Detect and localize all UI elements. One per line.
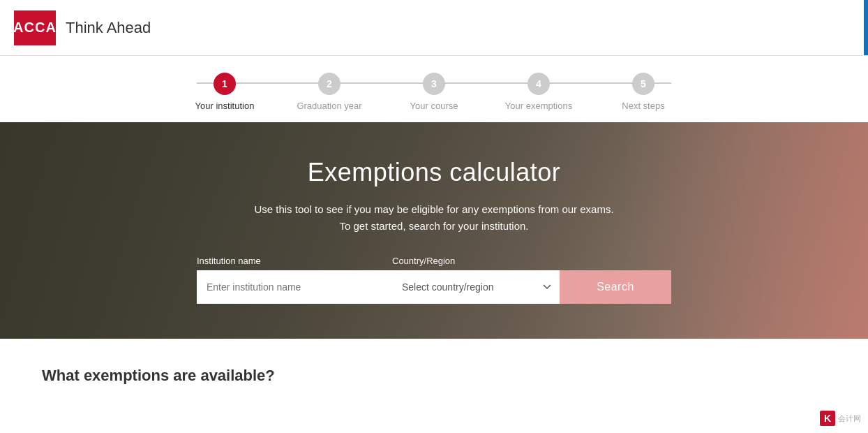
below-hero-section: What exemptions are available?	[0, 339, 868, 399]
logo-text: ACCA	[13, 20, 57, 36]
hero-section: Exemptions calculator Use this tool to s…	[0, 122, 868, 339]
country-field-group: Country/Region Select country/region	[392, 256, 560, 304]
step-4-circle: 4	[527, 73, 550, 95]
country-region-select[interactable]: Select country/region	[392, 270, 560, 304]
brand-name: Think Ahead	[66, 19, 151, 37]
step-3[interactable]: 3 Your course	[382, 73, 486, 111]
step-1[interactable]: 1 Your institution	[172, 73, 277, 111]
hero-content: Exemptions calculator Use this tool to s…	[120, 158, 748, 304]
header: ACCA Think Ahead	[0, 0, 868, 56]
step-4-label: Your exemptions	[505, 101, 572, 111]
step-1-circle: 1	[214, 73, 236, 95]
step-3-circle: 3	[423, 73, 445, 95]
hero-subtitle-line1: Use this tool to see if you may be eligi…	[254, 203, 613, 215]
below-title: What exemptions are available?	[42, 367, 826, 385]
step-5-label: Next steps	[622, 101, 664, 111]
step-2[interactable]: 2 Graduation year	[277, 73, 382, 111]
institution-field-group: Institution name	[197, 256, 392, 304]
step-2-label: Graduation year	[297, 101, 361, 111]
step-1-label: Your institution	[195, 101, 255, 111]
header-accent-bar	[864, 0, 868, 55]
step-5-circle: 5	[632, 73, 654, 95]
step-3-label: Your course	[410, 101, 458, 111]
hero-subtitle: Use this tool to see if you may be eligi…	[134, 201, 734, 235]
hero-subtitle-line2: To get started, search for your institut…	[340, 220, 529, 232]
search-button[interactable]: Search	[560, 270, 671, 304]
institution-name-input[interactable]	[197, 270, 392, 304]
hero-title: Exemptions calculator	[134, 158, 734, 187]
country-label: Country/Region	[392, 256, 455, 266]
step-2-circle: 2	[318, 73, 341, 95]
acca-logo: ACCA	[14, 10, 56, 45]
search-form: Institution name Country/Region Select c…	[134, 256, 734, 304]
step-5[interactable]: 5 Next steps	[591, 73, 696, 111]
institution-label: Institution name	[197, 256, 261, 266]
stepper: 1 Your institution 2 Graduation year 3 Y…	[0, 56, 868, 122]
step-4[interactable]: 4 Your exemptions	[486, 73, 591, 111]
